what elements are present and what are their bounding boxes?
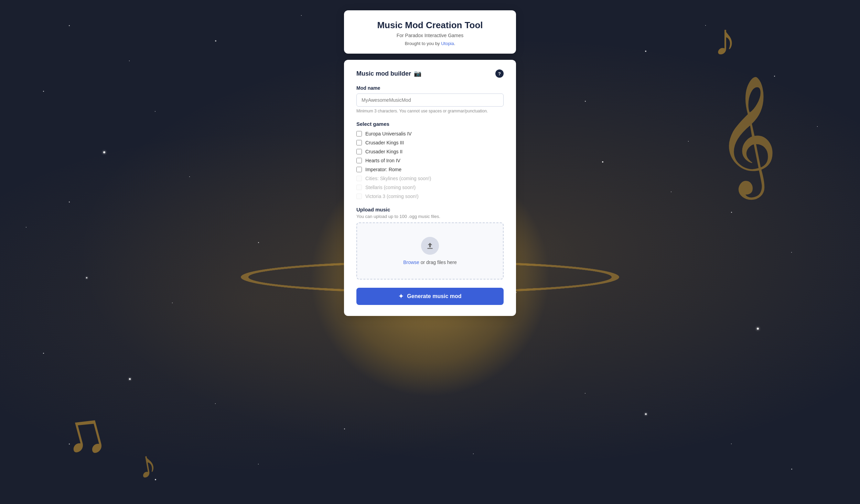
mod-name-hint: Minimum 3 characters. You cannot use spa… — [356, 109, 504, 113]
game-checkbox-1[interactable] — [356, 140, 362, 145]
upload-arrow-icon — [426, 241, 434, 250]
upload-section: Upload music You can upload up to 100 .o… — [356, 207, 504, 280]
game-checkbox-4[interactable] — [356, 167, 362, 172]
builder-title-text: Music mod builder — [356, 70, 411, 77]
game-item-1: Crusader Kings III — [356, 140, 504, 145]
game-checkbox-3[interactable] — [356, 158, 362, 163]
upload-dropzone[interactable]: Browse or drag files here — [356, 222, 504, 280]
games-title: Select games — [356, 121, 504, 127]
game-checkbox-2[interactable] — [356, 149, 362, 154]
game-item-6: Stellaris (coming soon!) — [356, 185, 504, 190]
generate-button[interactable]: ✦ Generate music mod — [356, 288, 504, 305]
upload-text: Browse or drag files here — [403, 260, 457, 265]
game-item-3: Hearts of Iron IV — [356, 158, 504, 163]
header-subtitle: For Paradox Interactive Games — [361, 33, 499, 38]
browse-link[interactable]: Browse — [403, 260, 419, 265]
game-item-2: Crusader Kings II — [356, 149, 504, 154]
header-credit: Brought to you by Utopia. — [361, 41, 499, 46]
game-label-7: Victoria 3 (coming soon!) — [365, 194, 419, 199]
main-card: Music mod builder 📷 ? Mod name Minimum 3… — [344, 60, 516, 316]
game-checkbox-0[interactable] — [356, 131, 362, 136]
utopia-link[interactable]: Utopia — [441, 41, 454, 46]
game-checkbox-7 — [356, 194, 362, 199]
credit-suffix: . — [454, 41, 455, 46]
game-item-4: Imperator: Rome — [356, 167, 504, 172]
drag-text: or drag files here — [419, 260, 457, 265]
wand-icon: ✦ — [398, 293, 404, 300]
upload-hint: You can upload up to 100 .ogg music file… — [356, 214, 504, 219]
generate-button-label: Generate music mod — [407, 293, 461, 299]
mod-name-label: Mod name — [356, 85, 504, 91]
game-label-0: Europa Universalis IV — [365, 131, 412, 136]
game-item-0: Europa Universalis IV — [356, 131, 504, 136]
header-card: Music Mod Creation Tool For Paradox Inte… — [344, 10, 516, 54]
page-wrapper: Music Mod Creation Tool For Paradox Inte… — [0, 0, 860, 504]
upload-icon — [421, 237, 439, 255]
game-item-7: Victoria 3 (coming soon!) — [356, 194, 504, 199]
builder-header: Music mod builder 📷 ? — [356, 69, 504, 78]
builder-title: Music mod builder 📷 — [356, 70, 421, 77]
game-checkbox-6 — [356, 185, 362, 190]
game-item-5: Cities: Skylines (coming soon!) — [356, 176, 504, 181]
upload-title: Upload music — [356, 207, 504, 212]
help-button[interactable]: ? — [495, 69, 504, 78]
games-section: Select games Europa Universalis IVCrusad… — [356, 121, 504, 199]
camera-icon: 📷 — [414, 70, 421, 77]
header-title: Music Mod Creation Tool — [361, 20, 499, 31]
mod-name-input[interactable] — [356, 94, 504, 107]
game-label-3: Hearts of Iron IV — [365, 158, 400, 163]
game-label-4: Imperator: Rome — [365, 167, 401, 172]
games-list: Europa Universalis IVCrusader Kings IIIC… — [356, 131, 504, 199]
game-label-6: Stellaris (coming soon!) — [365, 185, 416, 190]
game-label-1: Crusader Kings III — [365, 140, 404, 145]
game-checkbox-5 — [356, 176, 362, 181]
game-label-2: Crusader Kings II — [365, 149, 402, 154]
credit-prefix: Brought to you by — [405, 41, 441, 46]
game-label-5: Cities: Skylines (coming soon!) — [365, 176, 431, 181]
